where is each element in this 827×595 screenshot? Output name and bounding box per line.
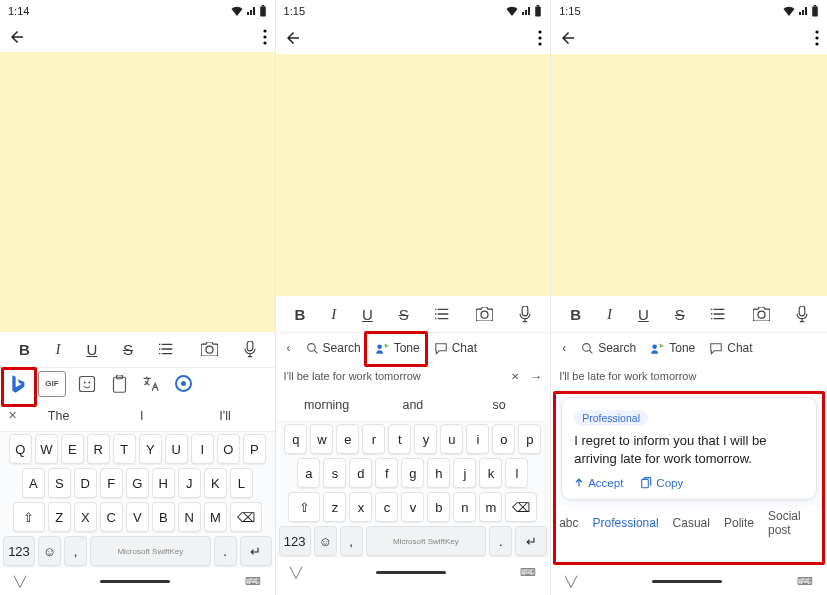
suggestion[interactable]: The: [17, 409, 100, 423]
key[interactable]: n: [453, 492, 476, 522]
accept-button[interactable]: Accept: [574, 477, 623, 489]
gif-icon[interactable]: GIF: [38, 371, 66, 397]
camera-icon[interactable]: [476, 307, 493, 321]
key[interactable]: p: [518, 424, 541, 454]
key[interactable]: C: [100, 502, 123, 532]
underline-button[interactable]: U: [638, 306, 649, 323]
key[interactable]: q: [284, 424, 307, 454]
key[interactable]: m: [479, 492, 502, 522]
bing-tone-button[interactable]: Tone: [371, 341, 424, 355]
underline-button[interactable]: U: [86, 341, 97, 358]
tone-tab-abc[interactable]: abc: [559, 516, 578, 530]
tone-tab-casual[interactable]: Casual: [673, 516, 710, 530]
bing-search-button[interactable]: Search: [577, 341, 640, 355]
key[interactable]: o: [492, 424, 515, 454]
key[interactable]: W: [35, 434, 58, 464]
key[interactable]: E: [61, 434, 84, 464]
key[interactable]: s: [323, 458, 346, 488]
key[interactable]: f: [375, 458, 398, 488]
translate-icon[interactable]: [140, 373, 162, 395]
home-pill[interactable]: [100, 580, 170, 583]
strike-button[interactable]: S: [399, 306, 409, 323]
home-pill[interactable]: [652, 580, 722, 583]
backspace-key[interactable]: ⌫: [505, 492, 537, 522]
key[interactable]: j: [453, 458, 476, 488]
suggestion[interactable]: and: [370, 398, 456, 412]
back-icon[interactable]: [559, 29, 577, 47]
note-canvas[interactable]: [0, 52, 275, 332]
sticker-icon[interactable]: [76, 373, 98, 395]
key[interactable]: Y: [139, 434, 162, 464]
camera-icon[interactable]: [201, 342, 218, 356]
key[interactable]: H: [152, 468, 175, 498]
back-icon[interactable]: [8, 28, 26, 46]
kbd-switch-icon[interactable]: ⌨: [520, 566, 536, 579]
suggestion[interactable]: I: [100, 409, 183, 423]
key[interactable]: K: [204, 468, 227, 498]
key[interactable]: r: [362, 424, 385, 454]
clear-icon[interactable]: ✕: [511, 371, 519, 382]
location-icon[interactable]: [172, 373, 194, 395]
key[interactable]: S: [48, 468, 71, 498]
shift-key[interactable]: ⇧: [288, 492, 320, 522]
key[interactable]: F: [100, 468, 123, 498]
bing-icon[interactable]: [6, 373, 28, 395]
copy-button[interactable]: Copy: [641, 477, 683, 489]
back-icon[interactable]: [284, 29, 302, 47]
italic-button[interactable]: I: [607, 306, 612, 323]
bing-chat-button[interactable]: Chat: [430, 341, 481, 355]
bing-tone-button[interactable]: Tone: [646, 341, 699, 355]
keyboard[interactable]: qwertyuiop asdfghjkl ⇧zxcvbnm⌫ 123☺,Micr…: [276, 422, 551, 558]
home-pill[interactable]: [376, 571, 446, 574]
key[interactable]: J: [178, 468, 201, 498]
key[interactable]: i: [466, 424, 489, 454]
key[interactable]: M: [204, 502, 227, 532]
more-icon[interactable]: [815, 30, 819, 46]
list-icon[interactable]: [159, 342, 175, 356]
comma-key[interactable]: ,: [340, 526, 363, 556]
space-key[interactable]: Microsoft SwiftKey: [366, 526, 487, 556]
comma-key[interactable]: ,: [64, 536, 87, 566]
key[interactable]: A: [22, 468, 45, 498]
suggestion[interactable]: morning: [284, 398, 370, 412]
mic-icon[interactable]: [796, 306, 808, 323]
bing-search-button[interactable]: Search: [302, 341, 365, 355]
tone-tab-polite[interactable]: Polite: [724, 516, 754, 530]
key[interactable]: b: [427, 492, 450, 522]
key[interactable]: w: [310, 424, 333, 454]
key[interactable]: X: [74, 502, 97, 532]
nav-down-icon[interactable]: ╲╱: [14, 576, 26, 587]
kbd-switch-icon[interactable]: ⌨: [797, 575, 813, 588]
key[interactable]: t: [388, 424, 411, 454]
strike-button[interactable]: S: [123, 341, 133, 358]
key[interactable]: Z: [48, 502, 71, 532]
chevron-left-icon[interactable]: ‹: [557, 341, 571, 355]
key[interactable]: L: [230, 468, 253, 498]
submit-arrow-icon[interactable]: →: [529, 369, 542, 384]
mic-icon[interactable]: [519, 306, 531, 323]
num-key[interactable]: 123: [3, 536, 35, 566]
bing-chat-button[interactable]: Chat: [705, 341, 756, 355]
clipboard-icon[interactable]: [108, 373, 130, 395]
suggestion[interactable]: so: [456, 398, 542, 412]
enter-key[interactable]: ↵: [240, 536, 272, 566]
underline-button[interactable]: U: [362, 306, 373, 323]
emoji-key[interactable]: ☺: [38, 536, 61, 566]
key[interactable]: g: [401, 458, 424, 488]
backspace-key[interactable]: ⌫: [230, 502, 262, 532]
italic-button[interactable]: I: [56, 341, 61, 358]
collapse-icon[interactable]: ✕: [8, 409, 17, 422]
key[interactable]: U: [165, 434, 188, 464]
period-key[interactable]: .: [214, 536, 237, 566]
nav-down-icon[interactable]: ╲╱: [565, 576, 577, 587]
key[interactable]: l: [505, 458, 528, 488]
key[interactable]: h: [427, 458, 450, 488]
key[interactable]: e: [336, 424, 359, 454]
note-canvas[interactable]: [276, 54, 551, 296]
key[interactable]: y: [414, 424, 437, 454]
tone-tab-professional[interactable]: Professional: [593, 516, 659, 530]
key[interactable]: k: [479, 458, 502, 488]
num-key[interactable]: 123: [279, 526, 311, 556]
tone-tab-social[interactable]: Social post: [768, 509, 819, 537]
key[interactable]: d: [349, 458, 372, 488]
